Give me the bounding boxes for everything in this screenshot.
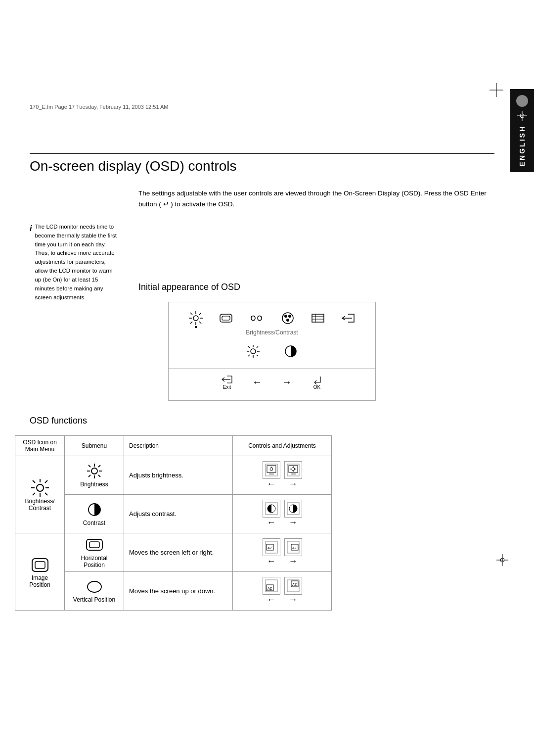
crosshair-tab-icon	[517, 111, 527, 121]
brightness-controls-cell: ←	[233, 456, 332, 495]
vert-left-arrow: ←	[267, 595, 276, 605]
osd-menu-icon	[311, 312, 325, 324]
svg-point-20	[286, 319, 289, 322]
svg-line-32	[257, 355, 258, 356]
vert-down-btn: AZ	[263, 577, 280, 595]
osd-right-nav: →	[282, 377, 292, 388]
top-rule	[30, 153, 494, 154]
svg-rect-76	[89, 542, 99, 548]
contrast-left-arrow: ←	[267, 518, 276, 528]
tab-circle-decoration	[516, 95, 528, 107]
horiz-desc-cell: Moves the screen left or right.	[124, 533, 233, 572]
osd-exit-label: Exit	[223, 384, 231, 390]
brightness-right-arrow: →	[289, 479, 298, 489]
svg-text:AZ: AZ	[292, 546, 297, 550]
osd-ok-label: OK	[313, 384, 320, 390]
svg-point-58	[270, 468, 273, 471]
svg-point-26	[251, 349, 256, 354]
osd-left-nav: ←	[252, 377, 262, 388]
osd-left-arrow: ←	[252, 377, 262, 388]
osd-submenu-contrast-icon	[284, 345, 297, 359]
svg-point-17	[282, 313, 293, 324]
svg-line-34	[248, 355, 250, 356]
brightness-contrast-label: Brightness/Contrast	[20, 498, 59, 512]
contrast-right-arrow: →	[289, 518, 298, 528]
svg-line-10	[190, 313, 192, 315]
vert-right-arrow: →	[289, 595, 298, 605]
english-tab: ENGLISH	[510, 89, 534, 172]
osd-right-arrow: →	[282, 377, 292, 388]
brightness-desc-cell: Adjusts brightness.	[124, 456, 233, 495]
osd-exit-nav: Exit	[222, 375, 232, 390]
english-label: ENGLISH	[518, 125, 526, 166]
vert-up-btn: AZ	[284, 577, 302, 595]
vert-position-submenu-cell: Vertical Position	[65, 572, 124, 611]
horiz-right-btn: AZ	[284, 538, 302, 556]
vert-desc-cell: Moves the screen up or down.	[124, 572, 233, 611]
svg-point-46	[91, 468, 97, 474]
info-icon: i	[30, 223, 32, 302]
horiz-left-btn: AZ	[263, 538, 280, 556]
horiz-controls-cell: AZ ← AZ →	[233, 533, 332, 572]
svg-point-18	[284, 315, 287, 318]
brightness-increase-btn	[284, 461, 302, 479]
osd-exit-icon	[341, 312, 355, 324]
svg-line-13	[190, 322, 192, 324]
table-row: Image Position Horizontal Position Moves…	[15, 533, 332, 572]
osd-brightness-icon	[189, 311, 203, 325]
contrast-submenu-cell: Contrast	[65, 495, 124, 533]
svg-text:AZ: AZ	[267, 546, 272, 550]
svg-line-33	[257, 346, 258, 348]
brightness-decrease-btn	[263, 461, 280, 479]
osd-submenu-icons	[169, 341, 375, 364]
osd-ok-nav: OK	[312, 375, 322, 390]
brightness-contrast-main-cell: Brightness/Contrast	[15, 456, 65, 533]
osd-nav-row: Exit ← → OK	[169, 368, 375, 393]
contrast-controls-cell: ← →	[233, 495, 332, 533]
svg-rect-21	[312, 314, 324, 322]
osd-color-icon	[281, 311, 295, 325]
svg-line-31	[248, 346, 250, 348]
svg-point-19	[288, 315, 291, 318]
osd-submenu-brightness-icon	[247, 345, 260, 359]
horiz-right-arrow: →	[289, 556, 298, 567]
image-position-main-cell: Image Position	[15, 533, 65, 611]
svg-rect-16	[222, 316, 230, 320]
osd-brightness-contrast-label: Brightness/Contrast	[169, 328, 375, 341]
page-title: On-screen display (OSD) controls	[30, 158, 237, 174]
osd-image-pos-icon	[219, 312, 233, 324]
image-position-label: Image Position	[20, 574, 59, 588]
osd-functions-table: OSD Icon on Main Menu Submenu Descriptio…	[15, 435, 332, 611]
horizontal-position-label: Horizontal Position	[70, 555, 119, 568]
table-row: Brightness/Contrast Brightne	[15, 456, 332, 495]
side-note-text: The LCD monitor needs time to become the…	[35, 223, 119, 302]
table-header-description: Description	[124, 436, 233, 456]
osd-top-icons	[169, 302, 375, 328]
svg-point-5	[193, 316, 198, 321]
brightness-label: Brightness	[80, 481, 108, 488]
svg-text:AZ: AZ	[267, 587, 272, 590]
osd-preview-box: Brightness/Contrast	[168, 302, 376, 401]
svg-rect-73	[32, 559, 48, 571]
contrast-decrease-btn	[263, 500, 280, 518]
svg-rect-75	[87, 539, 102, 550]
svg-point-37	[37, 484, 44, 491]
osd-functions-heading: OSD functions	[30, 416, 87, 426]
svg-line-11	[199, 322, 201, 324]
contrast-increase-btn	[284, 500, 302, 518]
vert-controls-cell: AZ ← AZ →	[233, 572, 332, 611]
brightness-left-arrow: ←	[267, 479, 276, 489]
svg-line-45	[33, 493, 35, 495]
file-info: 170_E.fm Page 17 Tuesday, February 11, 2…	[30, 104, 168, 110]
top-crosshair-icon	[490, 83, 503, 98]
horiz-left-arrow: ←	[267, 556, 276, 567]
svg-line-53	[98, 465, 100, 467]
table-header-submenu: Submenu	[65, 436, 124, 456]
svg-line-54	[89, 475, 90, 477]
svg-line-51	[89, 465, 90, 467]
svg-line-52	[98, 475, 100, 477]
svg-line-44	[45, 480, 47, 483]
osd-cc-icon	[249, 312, 264, 324]
svg-point-83	[88, 581, 101, 592]
main-description: The settings adjustable with the user co…	[138, 188, 494, 209]
